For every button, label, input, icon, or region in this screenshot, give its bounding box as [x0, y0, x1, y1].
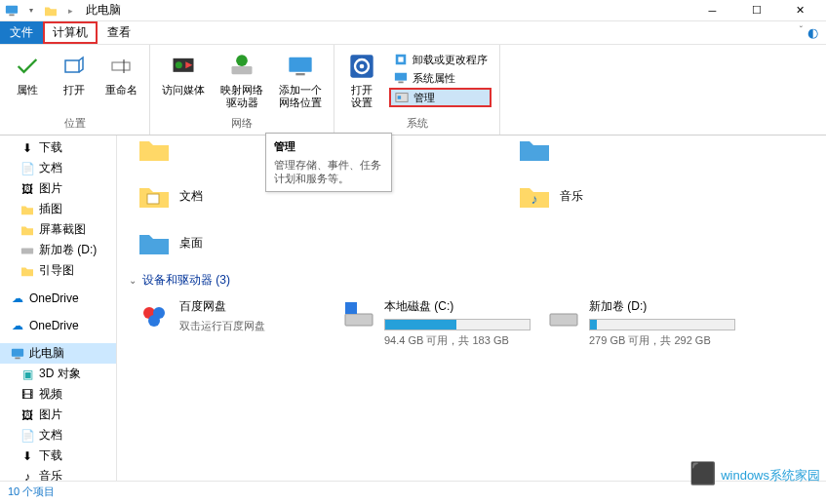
folder-icon [137, 136, 172, 167]
tile-drive-d[interactable]: 新加卷 (D:) 279 GB 可用，共 292 GB [546, 298, 722, 348]
sidebar-item-insert[interactable]: 插图 [0, 199, 116, 219]
sidebar-item-screenshots[interactable]: 屏幕截图 [0, 219, 116, 240]
ribbon: 属性 打开 重命名 位置 访问媒体 映射网络 驱动器 [0, 45, 826, 136]
sidebar-item-documents2[interactable]: 📄文档 [0, 425, 116, 446]
sidebar-item-onedrive2[interactable]: ☁OneDrive [0, 316, 116, 335]
disk-icon [20, 243, 35, 258]
ribbon-opensettings[interactable]: 打开 设置 [340, 49, 383, 114]
svg-rect-15 [398, 57, 403, 61]
ribbon-group-system: 打开 设置 卸载或更改程序 系统属性 管理 系统 [334, 45, 500, 135]
sysprops-icon [393, 70, 409, 86]
title-bar: ▾ ▸ 此电脑 ─ ☐ ✕ [0, 0, 826, 21]
qat-sep-icon: ▸ [62, 3, 78, 19]
sidebar-item-documents[interactable]: 📄文档 [0, 158, 116, 178]
music-icon: ♪ [20, 469, 35, 482]
folder-tile-music[interactable]: ♪ 音乐 [517, 178, 712, 213]
ribbon-group-label: 位置 [64, 116, 86, 131]
ribbon-rename[interactable]: 重命名 [99, 49, 143, 114]
sidebar-item-guide[interactable]: 引导图 [0, 260, 116, 281]
tile-drive-c[interactable]: 本地磁盘 (C:) 94.4 GB 可用，共 183 GB [341, 298, 517, 348]
tooltip-manage: 管理 管理存储、事件、任务计划和服务等。 [265, 133, 392, 192]
disk-d-icon [546, 298, 581, 333]
thispc-icon [10, 346, 25, 362]
tab-computer[interactable]: 计算机 [43, 21, 98, 44]
tile-baidu[interactable]: 百度网盘 双击运行百度网盘 [137, 298, 312, 348]
documents-folder-icon [137, 178, 172, 213]
sidebar-item-music[interactable]: ♪音乐 [0, 466, 116, 481]
sidebar-item-downloads[interactable]: ⬇下载 [0, 137, 116, 158]
settings-icon [346, 51, 377, 82]
svg-rect-16 [395, 73, 407, 81]
folder-tile-partial2[interactable] [517, 136, 712, 167]
desktop-folder-icon [137, 225, 172, 260]
picture-icon: 🖼 [20, 407, 35, 423]
open-icon [59, 51, 90, 82]
sidebar-item-videos[interactable]: 🎞视频 [0, 384, 116, 405]
maximize-button[interactable]: ☐ [734, 0, 778, 21]
tooltip-title: 管理 [274, 139, 383, 154]
svg-rect-21 [12, 348, 23, 356]
ribbon-group-label: 网络 [231, 116, 253, 131]
svg-rect-17 [398, 82, 403, 84]
status-bar: 10 个项目 [0, 481, 826, 502]
tab-file[interactable]: 文件 [0, 21, 43, 44]
svg-rect-0 [6, 5, 18, 13]
folder-icon [20, 222, 35, 238]
checkmark-icon [12, 51, 43, 82]
ribbon-group-label: 系统 [407, 116, 428, 131]
svg-rect-9 [289, 58, 311, 72]
svg-point-29 [148, 315, 160, 327]
sidebar: ⬇下载 📄文档 🖼图片 插图 屏幕截图 新加卷 (D:) 引导图 ☁OneDri… [0, 136, 117, 481]
svg-rect-22 [15, 357, 20, 359]
ribbon-sysprops[interactable]: 系统属性 [389, 69, 492, 87]
baidu-icon [137, 298, 172, 333]
sidebar-item-downloads2[interactable]: ⬇下载 [0, 446, 116, 466]
close-button[interactable]: ✕ [778, 0, 822, 21]
onedrive-icon: ☁ [10, 318, 25, 333]
chevron-down-icon: ⌄ [129, 275, 137, 286]
sidebar-item-newvol-d[interactable]: 新加卷 (D:) [0, 240, 116, 260]
ribbon-open[interactable]: 打开 [53, 49, 96, 114]
qat-dropdown-icon[interactable]: ▾ [23, 3, 39, 19]
menu-bar: 文件 计算机 查看 ˇ ◐ [0, 21, 826, 45]
minimize-button[interactable]: ─ [690, 0, 734, 21]
mapdrive-icon [226, 51, 257, 82]
sidebar-item-pictures2[interactable]: 🖼图片 [0, 405, 116, 425]
ribbon-collapse-icon[interactable]: ˇ [800, 25, 803, 36]
ribbon-mapdrive[interactable]: 映射网络 驱动器 [215, 49, 269, 114]
sidebar-item-onedrive1[interactable]: ☁OneDrive [0, 289, 116, 308]
tab-view[interactable]: 查看 [98, 21, 140, 44]
objects3d-icon: ▣ [20, 367, 35, 382]
svg-rect-1 [9, 14, 14, 16]
window-buttons: ─ ☐ ✕ [690, 0, 822, 21]
help-icon[interactable]: ◐ [807, 25, 818, 40]
folder-tile-desktop[interactable]: 桌面 [137, 225, 332, 260]
addnet-icon [285, 51, 316, 82]
content-area: 文档 ♪ 音乐 桌面 ⌄ 设备和驱动器 (3) 百度网盘 双击运行百度网盘 [117, 136, 826, 481]
quick-access-toolbar: ▾ ▸ [4, 3, 78, 19]
folder-icon [20, 202, 35, 217]
sidebar-item-pictures[interactable]: 🖼图片 [0, 178, 116, 199]
document-icon: 📄 [20, 161, 35, 176]
status-count: 10 个项目 [8, 485, 55, 499]
ribbon-system-small: 卸载或更改程序 系统属性 管理 [387, 49, 493, 114]
picture-icon: 🖼 [20, 181, 35, 197]
thispc-icon [4, 3, 20, 19]
tooltip-body: 管理存储、事件、任务计划和服务等。 [274, 158, 383, 185]
ribbon-manage[interactable]: 管理 [389, 88, 492, 107]
group-header-devices[interactable]: ⌄ 设备和驱动器 (3) [129, 272, 818, 289]
sidebar-item-thispc[interactable]: 此电脑 [0, 343, 116, 364]
rename-icon [106, 51, 138, 82]
ribbon-properties[interactable]: 属性 [6, 49, 49, 114]
svg-rect-32 [550, 314, 577, 326]
ribbon-addnet[interactable]: 添加一个 网络位置 [273, 49, 328, 114]
music-folder-icon: ♪ [517, 178, 552, 213]
ribbon-uninstall[interactable]: 卸载或更改程序 [389, 51, 492, 68]
svg-point-8 [236, 55, 248, 66]
ribbon-media[interactable]: 访问媒体 [156, 49, 211, 114]
onedrive-icon: ☁ [10, 291, 25, 306]
document-icon: 📄 [20, 428, 35, 444]
folder-icon [20, 263, 35, 279]
media-icon [168, 51, 199, 82]
sidebar-item-3dobjects[interactable]: ▣3D 对象 [0, 364, 116, 384]
